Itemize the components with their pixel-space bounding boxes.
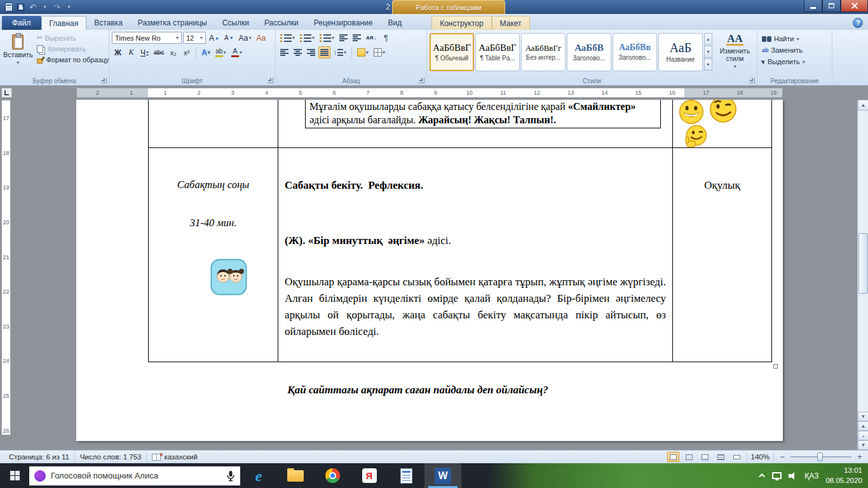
clock[interactable]: 13:01 08.05.2020 xyxy=(825,466,862,485)
undo-dropdown[interactable]: ▾ xyxy=(39,2,50,13)
vertical-scrollbar[interactable]: ▲ ▼ ▲ ● ▼ xyxy=(857,100,868,450)
zoom-in-button[interactable]: + xyxy=(855,452,864,461)
tab-insert[interactable]: Вставка xyxy=(86,16,130,30)
tab-home[interactable]: Главная xyxy=(41,16,87,30)
styles-dialog-launcher[interactable] xyxy=(749,78,755,83)
style-no-spacing[interactable]: АаБбВвГгБез интер... xyxy=(521,33,566,71)
gallery-scroll-up[interactable]: ▲ xyxy=(704,33,712,45)
select-button[interactable]: Выделить▾ xyxy=(760,57,829,66)
taskbar-word-button[interactable]: W xyxy=(424,463,461,488)
print-layout-view-button[interactable] xyxy=(667,452,679,462)
shrink-font-button[interactable]: А▼ xyxy=(222,32,236,44)
next-page-button[interactable]: ▼ xyxy=(858,440,868,450)
line-spacing-button[interactable]: ↕▾ xyxy=(332,46,348,58)
smiley-images[interactable] xyxy=(677,100,772,148)
font-size-combo[interactable]: 12▾ xyxy=(183,32,206,44)
table-cell-resources[interactable] xyxy=(672,100,772,147)
tab-review[interactable]: Рецензирование xyxy=(306,16,381,30)
start-button[interactable] xyxy=(0,463,29,488)
select-browse-object-button[interactable]: ● xyxy=(858,431,868,440)
italic-button[interactable]: К xyxy=(125,46,137,58)
microphone-icon[interactable] xyxy=(226,470,235,482)
bold-button[interactable]: Ж xyxy=(112,46,124,58)
borders-button[interactable]: ▾ xyxy=(372,46,387,58)
clipboard-dialog-launcher[interactable] xyxy=(101,78,107,83)
bullets-button[interactable]: ▾ xyxy=(278,32,297,44)
shading-button[interactable]: ▾ xyxy=(355,46,370,58)
replace-button[interactable]: abЗаменить xyxy=(760,46,829,55)
minimize-button[interactable] xyxy=(804,0,822,12)
tab-table-design[interactable]: Конструктор xyxy=(431,16,491,30)
change-styles-button[interactable]: АА Изменить стили ▾ xyxy=(715,32,754,72)
align-right-button[interactable] xyxy=(305,46,317,58)
tab-table-layout[interactable]: Макет xyxy=(492,16,530,30)
word-app-icon[interactable] xyxy=(3,2,14,13)
find-button[interactable]: Найти▾ xyxy=(760,34,829,43)
font-color-button[interactable]: А▾ xyxy=(229,46,244,58)
taskbar-app-button[interactable] xyxy=(388,463,424,488)
table-resize-handle[interactable] xyxy=(773,364,778,369)
outline-view-button[interactable] xyxy=(715,452,727,462)
strikethrough-button[interactable]: abc xyxy=(152,46,166,58)
page-indicator[interactable]: Страница: 6 из 11 xyxy=(4,451,75,463)
table-cell-resources[interactable]: Оқулық xyxy=(672,148,772,362)
table-cell-stage[interactable] xyxy=(148,100,278,147)
smiley-wink-icon[interactable] xyxy=(709,100,738,124)
fullscreen-reading-view-button[interactable] xyxy=(683,452,695,462)
table-cell-content[interactable]: Мұғалім оқушыларды сабаққа қатысу белсен… xyxy=(278,100,672,147)
tab-selector[interactable] xyxy=(1,88,12,98)
style-title[interactable]: АаБНазвание xyxy=(658,33,703,71)
tab-file[interactable]: Файл xyxy=(2,16,41,30)
network-icon[interactable] xyxy=(772,472,782,479)
align-center-button[interactable] xyxy=(292,46,304,58)
clear-formatting-button[interactable]: Аа xyxy=(254,32,268,44)
table-cell-content[interactable]: Сабақты бекіту. Рефлексия. (Ж). «Бір мин… xyxy=(278,148,672,362)
qat-customize-button[interactable]: ▾ xyxy=(64,2,74,13)
paste-button[interactable]: Вставить ▾ xyxy=(3,32,34,75)
web-layout-view-button[interactable] xyxy=(699,452,711,462)
smiley-grin-icon[interactable] xyxy=(678,100,705,125)
gallery-scroll-down[interactable]: ▼ xyxy=(704,46,712,58)
increase-indent-button[interactable] xyxy=(351,32,363,44)
style-table-paragraph[interactable]: АаБбВвГ¶ Table Pa... xyxy=(475,33,520,71)
font-name-combo[interactable]: Times New Ro▾ xyxy=(112,32,182,44)
font-dialog-launcher[interactable] xyxy=(268,78,273,83)
numbering-button[interactable]: ▾ xyxy=(298,32,316,44)
scroll-down-button[interactable]: ▼ xyxy=(858,412,868,421)
document-page[interactable]: Мұғалім оқушыларды сабаққа қатысу белсен… xyxy=(76,100,783,441)
volume-icon[interactable] xyxy=(789,472,797,480)
subscript-button[interactable]: х₂ xyxy=(167,46,179,58)
decrease-indent-button[interactable] xyxy=(337,32,349,44)
smiley-thumbs-up-icon[interactable] xyxy=(683,124,709,148)
justify-button[interactable] xyxy=(318,46,330,58)
previous-page-button[interactable]: ▲ xyxy=(858,421,868,431)
scrollbar-thumb[interactable] xyxy=(858,233,868,294)
word-count-indicator[interactable]: Число слов: 1 753 xyxy=(75,451,147,463)
language-indicator[interactable]: х казахский xyxy=(147,451,202,463)
close-button[interactable] xyxy=(841,0,868,12)
draft-view-button[interactable] xyxy=(731,452,743,462)
underline-button[interactable]: Ч▾ xyxy=(139,46,151,58)
tab-view[interactable]: Вид xyxy=(380,16,409,30)
tab-page-layout[interactable]: Разметка страницы xyxy=(130,16,215,30)
zoom-slider[interactable] xyxy=(790,456,851,458)
taskbar-chrome-button[interactable] xyxy=(314,463,351,488)
assessment-text-box[interactable]: Мұғалім оқушыларды сабаққа қатысу белсен… xyxy=(305,100,661,128)
save-button[interactable] xyxy=(15,2,26,13)
taskbar-explorer-button[interactable] xyxy=(277,463,314,488)
taskbar-yandex-button[interactable]: Я xyxy=(351,463,388,488)
zoom-out-button[interactable]: − xyxy=(778,452,787,461)
zoom-slider-thumb[interactable] xyxy=(817,452,823,461)
change-case-button[interactable]: Аа▾ xyxy=(237,32,254,44)
text-effects-button[interactable]: А▾ xyxy=(200,46,212,58)
superscript-button[interactable]: х² xyxy=(180,46,193,58)
taskbar-ie-button[interactable]: e xyxy=(240,463,277,488)
help-icon[interactable]: ? xyxy=(853,18,863,28)
taskbar-search-input[interactable]: Голосовой помощник Алиса xyxy=(29,466,240,485)
style-normal[interactable]: АаБбВвГ¶ Обычный xyxy=(430,33,474,71)
highlight-button[interactable]: ab▾ xyxy=(214,46,228,58)
grow-font-button[interactable]: А▲ xyxy=(207,32,221,44)
language-switcher[interactable]: ҚАЗ xyxy=(804,471,818,480)
horizontal-ruler[interactable]: 2112345678910111213141516171819 xyxy=(76,88,783,98)
style-heading1[interactable]: АаБбВЗаголово... xyxy=(567,33,611,71)
